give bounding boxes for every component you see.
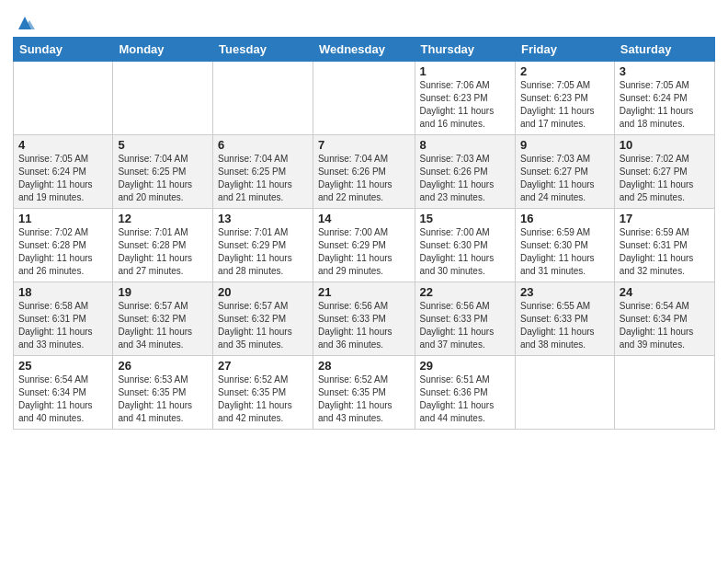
day-number: 7 [318,138,410,152]
day-number: 4 [18,138,108,152]
week-row-5: 25Sunrise: 6:54 AM Sunset: 6:34 PM Dayli… [14,356,715,430]
day-cell: 23Sunrise: 6:55 AM Sunset: 6:33 PM Dayli… [515,282,614,356]
day-number: 18 [18,285,108,299]
day-cell: 17Sunrise: 6:59 AM Sunset: 6:31 PM Dayli… [614,209,714,282]
day-info: Sunrise: 7:01 AM Sunset: 6:28 PM Dayligh… [118,226,208,278]
day-cell [213,62,313,135]
day-number: 6 [218,138,308,152]
day-cell: 19Sunrise: 6:57 AM Sunset: 6:32 PM Dayli… [113,282,213,356]
day-number: 17 [620,212,710,225]
day-info: Sunrise: 6:56 AM Sunset: 6:33 PM Dayligh… [420,300,510,351]
day-info: Sunrise: 6:56 AM Sunset: 6:33 PM Dayligh… [318,300,410,351]
day-cell [14,62,113,135]
day-cell: 2Sunrise: 7:05 AM Sunset: 6:23 PM Daylig… [515,62,614,135]
week-row-1: 1Sunrise: 7:06 AM Sunset: 6:23 PM Daylig… [14,62,715,135]
day-info: Sunrise: 7:02 AM Sunset: 6:28 PM Dayligh… [18,226,108,278]
day-info: Sunrise: 6:59 AM Sunset: 6:30 PM Dayligh… [520,226,609,278]
day-number: 12 [118,212,208,225]
day-info: Sunrise: 7:05 AM Sunset: 6:23 PM Dayligh… [520,79,609,131]
day-cell: 1Sunrise: 7:06 AM Sunset: 6:23 PM Daylig… [415,62,515,135]
day-cell [313,62,415,135]
calendar: SundayMondayTuesdayWednesdayThursdayFrid… [13,37,715,430]
day-number: 28 [318,359,410,373]
day-cell: 22Sunrise: 6:56 AM Sunset: 6:33 PM Dayli… [415,282,515,356]
day-info: Sunrise: 6:57 AM Sunset: 6:32 PM Dayligh… [118,300,208,351]
day-cell: 27Sunrise: 6:52 AM Sunset: 6:35 PM Dayli… [213,356,313,430]
day-number: 5 [118,138,208,152]
day-info: Sunrise: 6:51 AM Sunset: 6:36 PM Dayligh… [420,373,510,425]
day-number: 1 [420,64,510,78]
day-info: Sunrise: 7:04 AM Sunset: 6:25 PM Dayligh… [118,153,208,204]
day-number: 29 [420,359,510,373]
day-cell: 15Sunrise: 7:00 AM Sunset: 6:30 PM Dayli… [415,209,515,282]
day-info: Sunrise: 7:06 AM Sunset: 6:23 PM Dayligh… [420,79,510,131]
logo [13,13,35,33]
day-cell: 12Sunrise: 7:01 AM Sunset: 6:28 PM Dayli… [113,209,213,282]
day-number: 25 [18,359,108,373]
day-info: Sunrise: 7:03 AM Sunset: 6:26 PM Dayligh… [420,153,510,204]
day-info: Sunrise: 7:00 AM Sunset: 6:30 PM Dayligh… [420,226,510,278]
day-number: 15 [420,212,510,225]
day-number: 8 [420,138,510,152]
weekday-monday: Monday [113,38,213,62]
day-number: 23 [520,285,609,299]
day-number: 24 [620,285,710,299]
day-info: Sunrise: 6:52 AM Sunset: 6:35 PM Dayligh… [318,373,410,425]
day-cell: 13Sunrise: 7:01 AM Sunset: 6:29 PM Dayli… [213,209,313,282]
day-cell: 3Sunrise: 7:05 AM Sunset: 6:24 PM Daylig… [614,62,714,135]
day-cell: 7Sunrise: 7:04 AM Sunset: 6:26 PM Daylig… [313,135,415,209]
day-number: 13 [218,212,308,225]
day-cell: 29Sunrise: 6:51 AM Sunset: 6:36 PM Dayli… [415,356,515,430]
day-cell: 26Sunrise: 6:53 AM Sunset: 6:35 PM Dayli… [113,356,213,430]
day-cell [614,356,714,430]
day-info: Sunrise: 6:54 AM Sunset: 6:34 PM Dayligh… [18,373,108,425]
calendar-body: 1Sunrise: 7:06 AM Sunset: 6:23 PM Daylig… [14,62,715,430]
day-info: Sunrise: 6:55 AM Sunset: 6:33 PM Dayligh… [520,300,609,351]
day-number: 16 [520,212,609,225]
day-info: Sunrise: 7:03 AM Sunset: 6:27 PM Dayligh… [520,153,609,204]
weekday-sunday: Sunday [14,38,113,62]
day-info: Sunrise: 7:05 AM Sunset: 6:24 PM Dayligh… [18,153,108,204]
logo-icon [15,13,35,33]
day-info: Sunrise: 6:57 AM Sunset: 6:32 PM Dayligh… [218,300,308,351]
weekday-thursday: Thursday [415,38,515,62]
day-number: 20 [218,285,308,299]
day-info: Sunrise: 7:05 AM Sunset: 6:24 PM Dayligh… [620,79,710,131]
header [13,9,715,33]
day-cell: 8Sunrise: 7:03 AM Sunset: 6:26 PM Daylig… [415,135,515,209]
day-cell: 25Sunrise: 6:54 AM Sunset: 6:34 PM Dayli… [14,356,113,430]
day-number: 11 [18,212,108,225]
day-number: 14 [318,212,410,225]
day-cell: 5Sunrise: 7:04 AM Sunset: 6:25 PM Daylig… [113,135,213,209]
day-cell: 18Sunrise: 6:58 AM Sunset: 6:31 PM Dayli… [14,282,113,356]
day-number: 19 [118,285,208,299]
day-number: 21 [318,285,410,299]
day-info: Sunrise: 7:04 AM Sunset: 6:25 PM Dayligh… [218,153,308,204]
weekday-header-row: SundayMondayTuesdayWednesdayThursdayFrid… [14,38,715,62]
day-number: 27 [218,359,308,373]
day-number: 10 [620,138,710,152]
day-cell: 6Sunrise: 7:04 AM Sunset: 6:25 PM Daylig… [213,135,313,209]
day-cell: 21Sunrise: 6:56 AM Sunset: 6:33 PM Dayli… [313,282,415,356]
week-row-2: 4Sunrise: 7:05 AM Sunset: 6:24 PM Daylig… [14,135,715,209]
day-info: Sunrise: 7:00 AM Sunset: 6:29 PM Dayligh… [318,226,410,278]
weekday-saturday: Saturday [614,38,714,62]
day-cell: 4Sunrise: 7:05 AM Sunset: 6:24 PM Daylig… [14,135,113,209]
day-number: 26 [118,359,208,373]
day-info: Sunrise: 6:59 AM Sunset: 6:31 PM Dayligh… [620,226,710,278]
weekday-wednesday: Wednesday [313,38,415,62]
day-cell: 11Sunrise: 7:02 AM Sunset: 6:28 PM Dayli… [14,209,113,282]
day-info: Sunrise: 6:53 AM Sunset: 6:35 PM Dayligh… [118,373,208,425]
weekday-tuesday: Tuesday [213,38,313,62]
day-number: 3 [620,64,710,78]
day-cell: 24Sunrise: 6:54 AM Sunset: 6:34 PM Dayli… [614,282,714,356]
week-row-3: 11Sunrise: 7:02 AM Sunset: 6:28 PM Dayli… [14,209,715,282]
day-info: Sunrise: 7:04 AM Sunset: 6:26 PM Dayligh… [318,153,410,204]
day-info: Sunrise: 6:52 AM Sunset: 6:35 PM Dayligh… [218,373,308,425]
day-cell: 28Sunrise: 6:52 AM Sunset: 6:35 PM Dayli… [313,356,415,430]
day-cell: 14Sunrise: 7:00 AM Sunset: 6:29 PM Dayli… [313,209,415,282]
day-cell [515,356,614,430]
day-number: 9 [520,138,609,152]
day-info: Sunrise: 7:02 AM Sunset: 6:27 PM Dayligh… [620,153,710,204]
day-info: Sunrise: 7:01 AM Sunset: 6:29 PM Dayligh… [218,226,308,278]
